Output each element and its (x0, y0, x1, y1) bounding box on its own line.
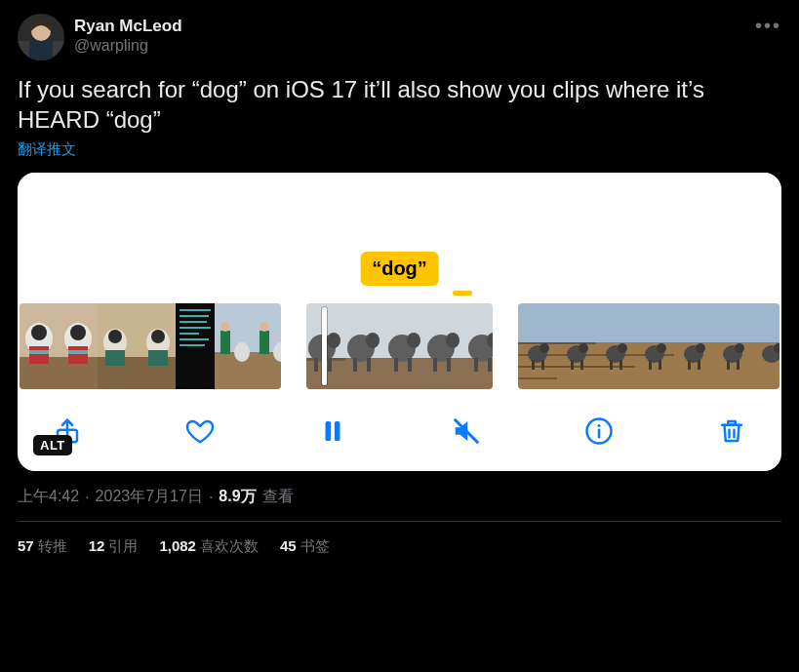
views-label: 查看 (262, 487, 294, 507)
svg-rect-68 (447, 358, 451, 372)
svg-point-7 (31, 325, 47, 340)
svg-rect-94 (596, 303, 635, 342)
svg-rect-41 (260, 331, 269, 354)
svg-point-99 (618, 343, 627, 353)
svg-rect-107 (649, 360, 652, 370)
media-preview-top: “dog” (18, 173, 781, 299)
video-filmstrip[interactable] (18, 299, 781, 393)
svg-rect-120 (737, 360, 739, 370)
svg-rect-108 (659, 360, 661, 370)
svg-point-118 (735, 343, 744, 353)
svg-point-131 (597, 424, 600, 427)
views-count: 8.9万 (219, 487, 256, 507)
quotes-stat[interactable]: 12引用 (89, 537, 139, 556)
tweet-text: If you search for “dog” on iOS 17 it’ll … (18, 74, 781, 135)
media-card: “dog” (18, 173, 781, 471)
svg-rect-61 (394, 358, 398, 372)
svg-rect-87 (557, 342, 596, 344)
svg-rect-62 (408, 358, 412, 372)
svg-rect-58 (384, 358, 423, 389)
svg-rect-121 (752, 303, 779, 342)
svg-rect-77 (518, 342, 557, 344)
tweet-container: Ryan McLeod @warpling ••• If you search … (0, 0, 799, 556)
tweet-header: Ryan McLeod @warpling ••• (18, 14, 781, 60)
clip-thumbnails-group[interactable] (518, 303, 779, 389)
svg-rect-93 (580, 360, 583, 370)
clip-thumbnails-group[interactable] (306, 303, 493, 389)
media-toolbar (18, 393, 781, 461)
svg-rect-56 (367, 358, 371, 372)
svg-rect-27 (180, 309, 211, 311)
svg-rect-126 (326, 421, 332, 441)
tweet-time[interactable]: 上午4:42 (18, 487, 79, 507)
svg-rect-25 (148, 350, 168, 366)
svg-rect-100 (610, 360, 613, 370)
svg-rect-20 (105, 350, 125, 366)
svg-rect-119 (727, 360, 730, 370)
user-block: Ryan McLeod @warpling (74, 14, 745, 56)
svg-rect-67 (433, 358, 437, 372)
retweets-stat[interactable]: 57转推 (18, 537, 67, 556)
heart-icon[interactable] (183, 415, 217, 448)
svg-rect-33 (180, 344, 205, 346)
display-name[interactable]: Ryan McLeod (74, 16, 745, 36)
svg-rect-83 (532, 360, 535, 370)
svg-point-24 (151, 330, 165, 343)
clip-thumbnails-group[interactable] (20, 303, 281, 389)
alt-badge[interactable]: ALT (33, 435, 72, 455)
svg-rect-9 (29, 350, 49, 354)
svg-rect-101 (619, 360, 622, 370)
svg-rect-50 (328, 358, 332, 372)
svg-point-54 (366, 333, 380, 348)
svg-rect-73 (474, 358, 478, 372)
svg-rect-8 (29, 346, 49, 364)
search-result-chip: “dog” (360, 252, 439, 286)
svg-rect-49 (314, 358, 318, 372)
svg-point-13 (70, 325, 86, 340)
translate-link[interactable]: 翻译推文 (18, 140, 76, 159)
svg-point-91 (579, 343, 588, 353)
svg-rect-79 (518, 366, 557, 368)
scrubber-playhead[interactable] (322, 307, 327, 385)
likes-label: 喜欢次数 (200, 537, 259, 554)
more-button[interactable]: ••• (755, 14, 781, 35)
svg-point-112 (696, 343, 705, 353)
quotes-label: 引用 (108, 537, 138, 554)
svg-point-19 (108, 330, 122, 343)
tweet-stats: 57转推 12引用 1,082喜欢次数 45书签 (18, 522, 781, 556)
svg-rect-89 (557, 366, 596, 368)
svg-rect-30 (180, 327, 211, 329)
likes-count: 1,082 (159, 537, 196, 554)
svg-rect-114 (698, 360, 700, 370)
user-handle[interactable]: @warpling (74, 36, 745, 56)
bookmarks-count: 45 (280, 537, 297, 554)
svg-rect-28 (180, 315, 209, 317)
meta-separator: · (209, 489, 213, 506)
svg-rect-32 (180, 338, 209, 340)
svg-rect-102 (635, 303, 674, 342)
tweet-date[interactable]: 2023年7月17日 (96, 487, 203, 507)
bookmarks-stat[interactable]: 45书签 (280, 537, 330, 556)
svg-point-37 (220, 322, 230, 332)
svg-point-82 (539, 343, 549, 353)
retweets-label: 转推 (38, 537, 67, 554)
svg-rect-74 (488, 358, 492, 372)
svg-rect-75 (518, 303, 557, 342)
svg-rect-113 (688, 360, 691, 370)
svg-point-38 (234, 342, 250, 362)
svg-point-42 (260, 322, 269, 332)
svg-rect-15 (68, 350, 88, 354)
likes-stat[interactable]: 1,082喜欢次数 (159, 537, 259, 556)
svg-rect-36 (220, 331, 230, 354)
pause-icon[interactable] (316, 415, 349, 448)
trash-icon[interactable] (715, 415, 748, 448)
info-icon[interactable] (582, 415, 616, 448)
svg-rect-64 (423, 358, 462, 389)
svg-rect-115 (713, 303, 752, 342)
avatar[interactable] (18, 14, 64, 60)
quotes-count: 12 (89, 537, 105, 554)
svg-point-48 (327, 333, 340, 348)
svg-rect-80 (518, 377, 557, 379)
mute-icon[interactable] (450, 415, 483, 448)
svg-point-60 (407, 333, 420, 348)
